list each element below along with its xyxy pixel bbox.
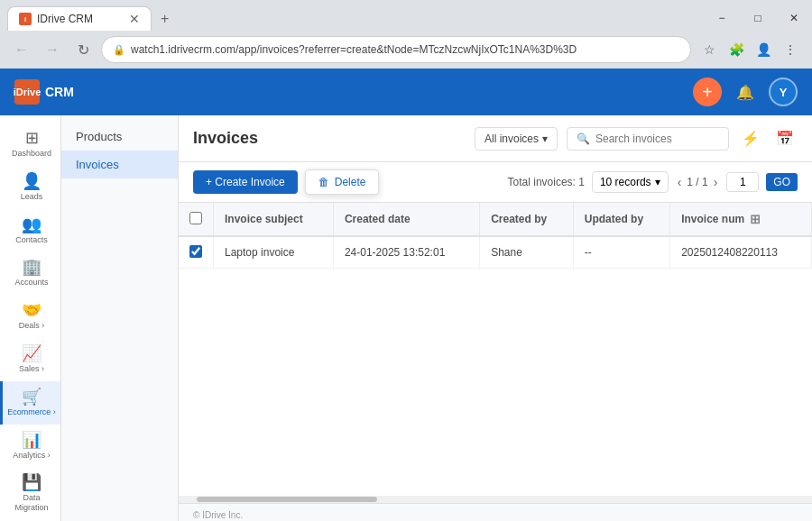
user-avatar-button[interactable]: Y <box>769 78 798 106</box>
page-info: 1 / 1 <box>687 176 707 188</box>
sidebar-item-sales[interactable]: 📈 Sales › <box>0 338 60 381</box>
sidebar-label-dashboard: Dashboard <box>12 149 51 159</box>
top-nav-actions: + 🔔 Y <box>693 78 798 106</box>
tab-close-btn[interactable]: ✕ <box>129 13 140 25</box>
search-icon: 🔍 <box>577 133 590 145</box>
sub-sidebar-item-products[interactable]: Products <box>61 123 178 151</box>
analytics-icon: 📊 <box>22 432 42 448</box>
row-checkbox[interactable] <box>189 245 202 258</box>
select-all-checkbox[interactable] <box>189 212 202 224</box>
close-button[interactable]: ✕ <box>776 5 812 31</box>
cell-created-date: 24-01-2025 13:52:01 <box>333 236 479 269</box>
browser-chrome: i IDrive CRM ✕ + − □ ✕ ← → ↻ 🔒 watch1.id… <box>0 0 812 69</box>
sidebar-label-sales: Sales › <box>19 364 44 374</box>
page-title: Invoices <box>193 129 258 148</box>
dashboard-icon: ⊞ <box>25 130 39 146</box>
tab-title: IDrive CRM <box>37 13 124 25</box>
extension-puzzle-icon[interactable]: 🧩 <box>724 37 749 62</box>
notifications-bell-button[interactable]: 🔔 <box>731 78 760 106</box>
menu-dots-icon[interactable]: ⋮ <box>778 37 803 62</box>
url-security-icon: 🔒 <box>113 44 125 56</box>
delete-label: Delete <box>335 176 366 188</box>
sidebar-label-accounts: Accounts <box>14 278 48 288</box>
sidebar-label-contacts: Contacts <box>15 235 48 245</box>
leads-icon: 👤 <box>22 173 42 189</box>
scrollbar-thumb[interactable] <box>197 497 377 502</box>
table-header-row: Invoice subject Created date Created by … <box>179 203 812 236</box>
sidebar-item-contacts[interactable]: 👥 Contacts <box>0 209 60 252</box>
footer: © IDrive Inc. <box>179 503 812 521</box>
back-button[interactable]: ← <box>9 37 34 62</box>
filter-icon-button[interactable]: ⚡ <box>738 126 763 151</box>
header-created-date: Created date <box>333 203 479 236</box>
data-migration-icon: 💾 <box>22 474 42 490</box>
window-controls: − □ ✕ <box>704 5 812 31</box>
tab-favicon: i <box>19 13 32 25</box>
sidebar-label-ecommerce: Ecommerce › <box>7 407 56 417</box>
row-checkbox-cell <box>179 236 214 269</box>
new-tab-button[interactable]: + <box>153 7 176 31</box>
search-input[interactable] <box>595 133 713 145</box>
chevron-down-icon: ▾ <box>655 176 660 188</box>
sidebar-item-data-migration[interactable]: 💾 Data Migration <box>0 467 60 520</box>
sidebar: ⊞ Dashboard 👤 Leads 👥 Contacts 🏢 Account… <box>0 115 61 521</box>
ecommerce-icon: 🛒 <box>22 388 42 405</box>
sidebar-item-deals[interactable]: 🤝 Deals › <box>0 295 60 338</box>
browser-tab[interactable]: i IDrive CRM ✕ <box>7 6 152 31</box>
header-checkbox-cell <box>179 203 214 236</box>
top-nav: iDrive CRM + 🔔 Y <box>0 69 812 115</box>
forward-button[interactable]: → <box>40 37 65 62</box>
maximize-button[interactable]: □ <box>740 5 776 31</box>
page-nav: ‹ 1 / 1 › <box>676 173 720 191</box>
search-box[interactable]: 🔍 <box>567 127 729 151</box>
header-created-by: Created by <box>480 203 574 236</box>
sidebar-item-ecommerce[interactable]: 🛒 Ecommerce › <box>0 381 60 425</box>
filter-dropdown-label: All invoices <box>484 133 539 145</box>
sidebar-label-leads: Leads <box>21 192 43 202</box>
sidebar-item-dashboard[interactable]: ⊞ Dashboard <box>0 123 60 166</box>
content-header: Invoices All invoices ▾ 🔍 ⚡ 📅 <box>179 115 812 162</box>
cell-invoice-subject: Laptop invoice <box>214 236 334 269</box>
prev-page-button[interactable]: ‹ <box>676 173 684 191</box>
sidebar-item-leads[interactable]: 👤 Leads <box>0 166 60 209</box>
table-row: Laptop invoice 24-01-2025 13:52:01 Shane… <box>179 236 812 269</box>
deals-icon: 🤝 <box>22 302 42 318</box>
sales-icon: 📈 <box>22 345 42 361</box>
logo-icon: iDrive <box>14 79 40 105</box>
reload-button[interactable]: ↻ <box>70 37 96 62</box>
sidebar-label-deals: Deals › <box>19 321 45 331</box>
sidebar-item-accounts[interactable]: 🏢 Accounts <box>0 251 60 295</box>
create-plus-button[interactable]: + <box>693 78 722 106</box>
calendar-icon-button[interactable]: 📅 <box>772 126 798 151</box>
toolbar: + Create Invoice 🗑 Delete Total invoices… <box>179 162 812 203</box>
records-per-page-dropdown[interactable]: 10 records ▾ <box>592 171 669 193</box>
records-label: 10 records <box>600 176 651 188</box>
url-text: watch1.idrivecrm.com/app/invoices?referr… <box>131 43 679 56</box>
profile-icon[interactable]: 👤 <box>751 37 776 62</box>
horizontal-scrollbar[interactable] <box>179 496 812 503</box>
invoice-num-label: Invoice num <box>681 213 744 225</box>
sub-sidebar: Products Invoices <box>61 115 179 521</box>
sub-sidebar-item-invoices[interactable]: Invoices <box>61 151 178 178</box>
address-bar: ← → ↻ 🔒 watch1.idrivecrm.com/app/invoice… <box>0 31 812 69</box>
sidebar-label-analytics: Analytics › <box>13 451 51 461</box>
logo: iDrive CRM <box>14 79 74 105</box>
footer-label: © IDrive Inc. <box>193 510 243 520</box>
header-updated-by: Updated by <box>573 203 669 236</box>
table-wrapper: Invoice subject Created date Created by … <box>179 203 812 496</box>
page-number-input[interactable] <box>726 172 759 192</box>
main-layout: ⊞ Dashboard 👤 Leads 👥 Contacts 🏢 Account… <box>0 115 812 521</box>
go-button[interactable]: GO <box>766 173 798 191</box>
content-area: Invoices All invoices ▾ 🔍 ⚡ 📅 + Create I… <box>179 115 812 521</box>
delete-button[interactable]: 🗑 Delete <box>305 169 380 195</box>
url-bar[interactable]: 🔒 watch1.idrivecrm.com/app/invoices?refe… <box>101 36 691 63</box>
filter-dropdown[interactable]: All invoices ▾ <box>475 127 558 151</box>
create-invoice-button[interactable]: + Create Invoice <box>193 170 298 194</box>
app-container: iDrive CRM + 🔔 Y ⊞ Dashboard 👤 Leads 👥 C… <box>0 69 812 521</box>
minimize-button[interactable]: − <box>704 5 740 31</box>
sidebar-item-analytics[interactable]: 📊 Analytics › <box>0 425 60 468</box>
column-settings-icon[interactable]: ⊞ <box>750 212 761 226</box>
cell-updated-by: -- <box>573 236 669 269</box>
bookmark-star-icon[interactable]: ☆ <box>697 37 722 62</box>
next-page-button[interactable]: › <box>712 173 720 191</box>
